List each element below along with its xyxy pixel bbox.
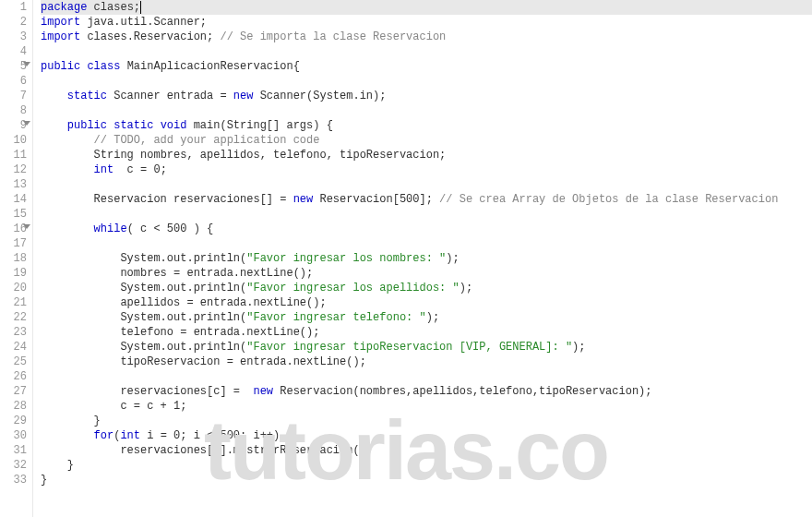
line-number: 31 xyxy=(0,443,27,458)
code-line[interactable]: reservaciones[i].mostrarReservacion(); xyxy=(41,443,812,458)
line-number: 4 xyxy=(0,44,27,59)
code-line[interactable]: import clases.Reservacion; // Se importa… xyxy=(41,30,812,44)
code-line[interactable]: } xyxy=(41,458,812,473)
code-line[interactable]: while( c < 500 ) { xyxy=(41,222,812,236)
line-number: 21 xyxy=(0,295,27,310)
code-line[interactable]: // TODO, add your application code xyxy=(41,133,812,148)
code-line[interactable]: apellidos = entrada.nextLine(); xyxy=(41,295,812,310)
line-number: 22 xyxy=(0,310,27,325)
code-line[interactable]: public static void main(String[] args) { xyxy=(41,118,812,133)
line-number: 18 xyxy=(0,251,27,266)
fold-arrow-icon[interactable] xyxy=(23,121,30,126)
code-line[interactable]: } xyxy=(41,473,812,487)
code-line[interactable]: package clases; xyxy=(41,0,812,15)
line-number: 28 xyxy=(0,399,27,414)
line-number[interactable]: 9 xyxy=(0,118,27,133)
line-number: 30 xyxy=(0,428,27,443)
line-number: 7 xyxy=(0,89,27,103)
code-line[interactable] xyxy=(41,236,812,251)
line-number: 11 xyxy=(0,148,27,162)
line-number: 15 xyxy=(0,207,27,222)
line-number: 19 xyxy=(0,266,27,281)
code-line[interactable]: Reservacion reservaciones[] = new Reserv… xyxy=(41,192,812,207)
line-number: 8 xyxy=(0,103,27,118)
line-number: 1 xyxy=(0,0,27,15)
line-number: 33 xyxy=(0,473,27,487)
fold-arrow-icon[interactable] xyxy=(23,224,30,229)
line-number: 12 xyxy=(0,162,27,177)
code-line[interactable]: String nombres, apellidos, telefono, tip… xyxy=(41,148,812,162)
line-number: 23 xyxy=(0,325,27,340)
code-line[interactable] xyxy=(41,44,812,59)
code-line[interactable]: telefono = entrada.nextLine(); xyxy=(41,325,812,340)
code-line[interactable]: static Scanner entrada = new Scanner(Sys… xyxy=(41,89,812,103)
line-number: 29 xyxy=(0,414,27,428)
code-line[interactable] xyxy=(41,103,812,118)
line-number: 24 xyxy=(0,340,27,355)
text-cursor xyxy=(140,1,141,14)
code-content[interactable]: package clases; import java.util.Scanner… xyxy=(33,0,812,517)
code-line[interactable]: import java.util.Scanner; xyxy=(41,15,812,30)
code-line[interactable] xyxy=(41,177,812,192)
code-line[interactable]: int c = 0; xyxy=(41,162,812,177)
line-number: 27 xyxy=(0,384,27,399)
code-line[interactable]: System.out.println("Favor ingresar los n… xyxy=(41,251,812,266)
code-line[interactable]: System.out.println("Favor ingresar tipoR… xyxy=(41,340,812,355)
code-line[interactable]: } xyxy=(41,414,812,428)
code-line[interactable] xyxy=(41,369,812,384)
line-number: 17 xyxy=(0,236,27,251)
code-line[interactable] xyxy=(41,74,812,89)
line-number[interactable]: 5 xyxy=(0,59,27,74)
code-line[interactable]: System.out.println("Favor ingresar los a… xyxy=(41,281,812,295)
code-line[interactable]: reservaciones[c] = new Reservacion(nombr… xyxy=(41,384,812,399)
line-number: 10 xyxy=(0,133,27,148)
line-number: 13 xyxy=(0,177,27,192)
code-line[interactable]: for(int i = 0; i < 500; i++) xyxy=(41,428,812,443)
line-number: 32 xyxy=(0,458,27,473)
code-line[interactable] xyxy=(41,207,812,222)
code-line[interactable]: tipoReservacion = entrada.nextLine(); xyxy=(41,355,812,369)
code-line[interactable]: nombres = entrada.nextLine(); xyxy=(41,266,812,281)
code-editor: 1 2 3 4 5 6 7 8 9 10 11 12 13 14 15 16 1… xyxy=(0,0,812,517)
line-number[interactable]: 16 xyxy=(0,222,27,236)
line-number: 14 xyxy=(0,192,27,207)
line-number: 3 xyxy=(0,30,27,44)
code-line[interactable]: c = c + 1; xyxy=(41,399,812,414)
line-number: 26 xyxy=(0,369,27,384)
line-number: 25 xyxy=(0,355,27,369)
line-number: 6 xyxy=(0,74,27,89)
line-number: 20 xyxy=(0,281,27,295)
code-line[interactable]: System.out.println("Favor ingresar telef… xyxy=(41,310,812,325)
code-line[interactable]: public class MainAplicacionReservacion{ xyxy=(41,59,812,74)
fold-arrow-icon[interactable] xyxy=(23,62,30,66)
line-number: 2 xyxy=(0,15,27,30)
line-gutter: 1 2 3 4 5 6 7 8 9 10 11 12 13 14 15 16 1… xyxy=(0,0,33,517)
